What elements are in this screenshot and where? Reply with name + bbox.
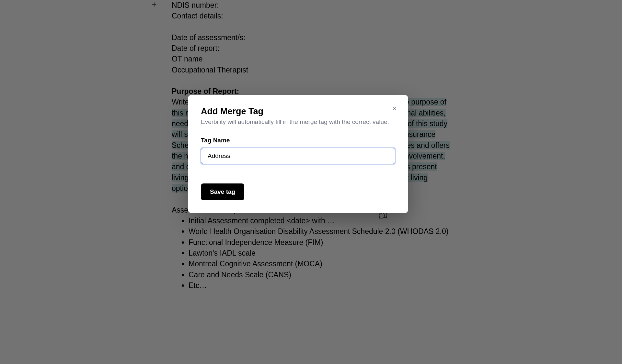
tag-name-input[interactable] xyxy=(201,148,395,164)
close-button[interactable] xyxy=(390,104,399,113)
save-tag-button[interactable]: Save tag xyxy=(201,183,244,200)
tag-name-label: Tag Name xyxy=(201,137,395,144)
add-merge-tag-modal: Add Merge Tag Everbility will automatica… xyxy=(188,95,408,213)
modal-subtitle: Everbility will automatically fill in th… xyxy=(201,118,395,127)
modal-title: Add Merge Tag xyxy=(201,106,395,116)
